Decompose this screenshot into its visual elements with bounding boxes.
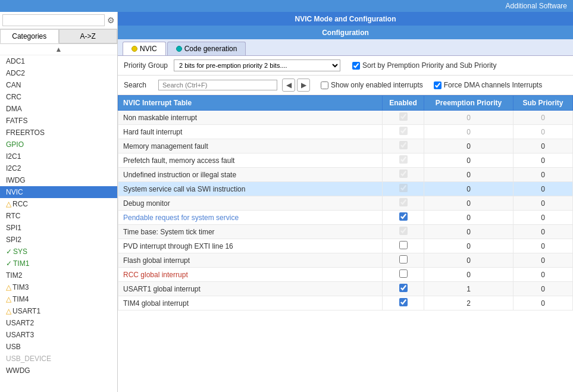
interrupt-name: Time base: System tick timer xyxy=(118,225,383,239)
search-input[interactable] xyxy=(158,80,277,90)
sidebar-item-freertos[interactable]: FREERTOS xyxy=(0,127,117,139)
interrupt-name: TIM4 global interrupt xyxy=(118,296,383,311)
sidebar-item-i2c1[interactable]: I2C1 xyxy=(0,150,117,162)
tab-categories[interactable]: Categories xyxy=(0,29,59,43)
enabled-cell[interactable] xyxy=(383,125,424,139)
sidebar-item-usb-device[interactable]: USB_DEVICE xyxy=(0,353,117,365)
sidebar-item-usart3[interactable]: USART3 xyxy=(0,329,117,341)
preemption-cell: 0 xyxy=(424,168,513,182)
show-enabled-checkbox[interactable] xyxy=(321,81,328,89)
sidebar-item-dma[interactable]: DMA xyxy=(0,103,117,115)
enabled-cell[interactable] xyxy=(383,153,424,168)
sidebar-item-sys[interactable]: ✓SYS xyxy=(0,246,117,258)
table-row: Undefined instruction or illegal state 0… xyxy=(118,168,573,182)
enabled-cell[interactable] xyxy=(383,268,424,282)
search-next-button[interactable]: ▶ xyxy=(297,79,310,92)
table-row: Flash global interrupt 0 0 xyxy=(118,253,573,268)
sidebar-item-fatfs[interactable]: FATFS xyxy=(0,115,117,127)
interrupt-name: Memory management fault xyxy=(118,139,383,153)
enabled-cell[interactable] xyxy=(383,296,424,311)
enabled-cell[interactable] xyxy=(383,196,424,211)
sub-cell: 0 xyxy=(513,139,573,153)
enabled-cell[interactable] xyxy=(383,111,424,125)
col-preemption: Preemption Priority xyxy=(424,96,513,111)
tab-nvic[interactable]: NVIC xyxy=(123,42,166,55)
enabled-cell[interactable] xyxy=(383,253,424,268)
sub-cell: 0 xyxy=(513,253,573,268)
sort-checkbox[interactable] xyxy=(352,62,360,70)
enabled-cell[interactable] xyxy=(383,168,424,182)
sidebar-search-input[interactable] xyxy=(2,14,105,26)
sidebar-item-i2c2[interactable]: I2C2 xyxy=(0,162,117,174)
sidebar-item-crc[interactable]: CRC xyxy=(0,91,117,103)
sidebar-item-usb[interactable]: USB xyxy=(0,341,117,353)
sidebar-item-tim3[interactable]: △TIM3 xyxy=(0,281,117,293)
interrupt-name: Non maskable interrupt xyxy=(118,111,383,125)
gear-icon[interactable]: ⚙ xyxy=(107,15,115,25)
enabled-cell[interactable] xyxy=(383,211,424,225)
preemption-cell: 0 xyxy=(424,153,513,168)
sidebar-item-gpio[interactable]: GPIO xyxy=(0,139,117,150)
enabled-cell[interactable] xyxy=(383,182,424,196)
sidebar: ⚙ Categories A->Z ▲ ADC1 ADC2 CAN CRC DM… xyxy=(0,12,118,392)
sidebar-item-nvic[interactable]: NVIC xyxy=(0,186,117,198)
sidebar-item-rtc[interactable]: RTC xyxy=(0,210,117,222)
tab-code-generation[interactable]: Code generation xyxy=(167,42,246,55)
enabled-cell[interactable] xyxy=(383,239,424,253)
top-bar-label: Additional Software xyxy=(506,2,567,10)
preemption-cell: 0 xyxy=(424,125,513,139)
sidebar-item-tim1[interactable]: ✓TIM1 xyxy=(0,258,117,269)
enabled-cell[interactable] xyxy=(383,139,424,153)
search-prev-button[interactable]: ◀ xyxy=(282,79,295,92)
enabled-cell[interactable] xyxy=(383,225,424,239)
interrupt-name: RCC global interrupt xyxy=(118,268,383,282)
warning-icon-tim4: △ xyxy=(6,295,11,303)
table-row: TIM4 global interrupt 2 0 xyxy=(118,296,573,311)
sidebar-item-adc1[interactable]: ADC1 xyxy=(0,55,117,67)
sub-cell: 0 xyxy=(513,239,573,253)
table-row: PVD interrupt through EXTI line 16 0 0 xyxy=(118,239,573,253)
preemption-cell: 2 xyxy=(424,296,513,311)
sidebar-item-adc2[interactable]: ADC2 xyxy=(0,67,117,79)
table-row: RCC global interrupt 0 0 xyxy=(118,268,573,282)
interrupt-name: PVD interrupt through EXTI line 16 xyxy=(118,239,383,253)
sidebar-item-rcc[interactable]: △RCC xyxy=(0,198,117,210)
col-sub: Sub Priority xyxy=(513,96,573,111)
preemption-cell: 1 xyxy=(424,282,513,296)
sidebar-item-tim4[interactable]: △TIM4 xyxy=(0,293,117,305)
warning-icon-usart1: △ xyxy=(6,307,11,315)
priority-group-select[interactable]: 2 bits for pre-emption priority 2 bits..… xyxy=(174,59,340,71)
force-dma-checkbox[interactable] xyxy=(434,81,442,89)
interrupt-name: Prefetch fault, memory access fault xyxy=(118,153,383,168)
sort-checkbox-label: Sort by Premption Priority and Sub Prior… xyxy=(352,61,496,70)
preemption-cell: 0 xyxy=(424,211,513,225)
sub-cell: 0 xyxy=(513,168,573,182)
preemption-cell: 0 xyxy=(424,253,513,268)
table-container: NVIC Interrupt Table Enabled Preemption … xyxy=(118,95,573,392)
sidebar-item-can[interactable]: CAN xyxy=(0,79,117,91)
table-row: Pendable request for system service 0 0 xyxy=(118,211,573,225)
priority-group-label: Priority Group xyxy=(124,61,168,70)
table-row: USART1 global interrupt 1 0 xyxy=(118,282,573,296)
search-label: Search xyxy=(124,81,154,89)
interrupt-name: Debug monitor xyxy=(118,196,383,211)
interrupt-name: USART1 global interrupt xyxy=(118,282,383,296)
sidebar-item-spi2[interactable]: SPI2 xyxy=(0,234,117,246)
sidebar-item-spi1[interactable]: SPI1 xyxy=(0,222,117,234)
enabled-cell[interactable] xyxy=(383,282,424,296)
table-row: Non maskable interrupt 0 0 xyxy=(118,111,573,125)
sidebar-item-tim2[interactable]: TIM2 xyxy=(0,269,117,281)
config-title-bar: Configuration xyxy=(118,26,573,39)
scroll-up-indicator[interactable]: ▲ xyxy=(0,44,117,55)
sub-cell: 0 xyxy=(513,125,573,139)
preemption-cell: 0 xyxy=(424,268,513,282)
sidebar-list: ADC1 ADC2 CAN CRC DMA FATFS FREERTOS GPI… xyxy=(0,55,117,392)
table-row: Memory management fault 0 0 xyxy=(118,139,573,153)
sidebar-item-wwdg[interactable]: WWDG xyxy=(0,365,117,377)
sidebar-item-usart2[interactable]: USART2 xyxy=(0,317,117,329)
col-enabled: Enabled xyxy=(383,96,424,111)
tab-az[interactable]: A->Z xyxy=(59,29,118,43)
sidebar-item-iwdg[interactable]: IWDG xyxy=(0,174,117,186)
check-icon-tim1: ✓ xyxy=(6,259,12,268)
sidebar-item-usart1[interactable]: △USART1 xyxy=(0,305,117,317)
